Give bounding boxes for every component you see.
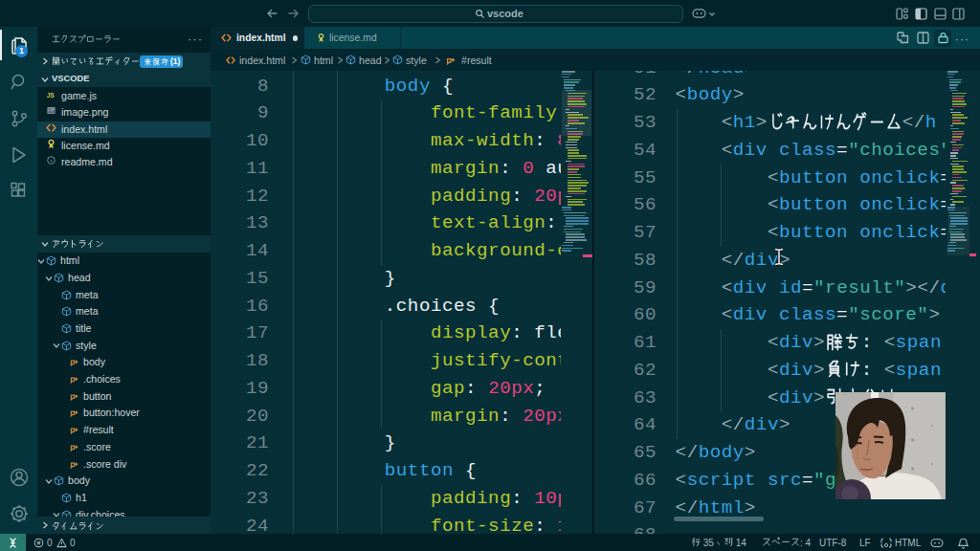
svg-text:JS: JS [47, 92, 56, 99]
